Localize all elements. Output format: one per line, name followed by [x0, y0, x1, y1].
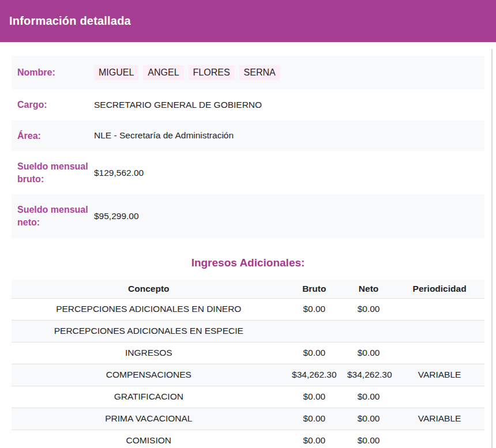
sueldo-bruto-value: $129,562.00	[94, 168, 144, 178]
table-row: PERCEPCIONES ADICIONALES EN DINERO $0.00…	[12, 298, 484, 320]
detail-row-sueldo-bruto: Sueldo mensual bruto: $129,562.00	[12, 151, 484, 194]
cell-bruto: $0.00	[286, 342, 343, 364]
employee-details: Nombre: MIGUEL ANGEL FLORES SERNA Cargo:…	[12, 56, 484, 238]
cell-periodicidad	[394, 386, 484, 408]
cell-neto: $34,262.30	[343, 364, 394, 386]
cell-bruto	[286, 320, 343, 342]
column-header-neto: Neto	[343, 280, 394, 299]
detail-row-sueldo-neto: Sueldo mensual neto: $95,299.00	[12, 194, 484, 238]
table-row: COMISION $0.00 $0.00	[12, 430, 484, 448]
cell-concepto: PERCEPCIONES ADICIONALES EN ESPECIE	[12, 320, 286, 342]
scrollbar[interactable]	[491, 49, 493, 448]
cell-periodicidad	[394, 320, 484, 342]
column-header-bruto: Bruto	[286, 280, 343, 299]
cell-periodicidad: VARIABLE	[394, 408, 484, 430]
cargo-value: SECRETARIO GENERAL DE GOBIERNO	[94, 100, 262, 110]
cell-concepto: PRIMA VACACIONAL	[12, 408, 286, 430]
table-row: INGRESOS $0.00 $0.00	[12, 342, 484, 364]
cell-concepto: COMISION	[12, 430, 286, 448]
cell-bruto: $34,262.30	[286, 364, 343, 386]
name-highlight-chip: SERNA	[239, 65, 280, 80]
detail-row-area: Área: NLE - Secretaría de Administración	[12, 121, 484, 152]
cell-neto: $0.00	[343, 298, 394, 320]
detail-modal: Información detallada Nombre: MIGUEL ANG…	[0, 0, 496, 448]
area-label: Área:	[17, 130, 94, 142]
cell-concepto: GRATIFICACION	[12, 386, 286, 408]
cell-neto: $0.00	[343, 342, 394, 364]
table-header-row: Concepto Bruto Neto Periodicidad	[12, 280, 484, 299]
cell-concepto: INGRESOS	[12, 342, 286, 364]
nombre-value: MIGUEL ANGEL FLORES SERNA	[94, 65, 280, 80]
cell-neto: $0.00	[343, 430, 394, 448]
cell-neto: $0.00	[343, 408, 394, 430]
cell-concepto: PERCEPCIONES ADICIONALES EN DINERO	[12, 298, 286, 320]
section-title-ingresos-adicionales: Ingresos Adicionales:	[12, 257, 484, 269]
name-highlight-chip: ANGEL	[143, 65, 183, 80]
detail-row-nombre: Nombre: MIGUEL ANGEL FLORES SERNA	[12, 56, 484, 89]
detail-row-cargo: Cargo: SECRETARIO GENERAL DE GOBIERNO	[12, 89, 484, 121]
cell-neto	[343, 320, 394, 342]
cell-periodicidad	[394, 342, 484, 364]
table-row: GRATIFICACION $0.00 $0.00	[12, 386, 484, 408]
cell-periodicidad: VARIABLE	[394, 364, 484, 386]
nombre-label: Nombre:	[17, 66, 94, 79]
cell-bruto: $0.00	[286, 430, 343, 448]
cell-bruto: $0.00	[286, 298, 343, 320]
name-highlight-chip: MIGUEL	[94, 65, 138, 80]
additional-income-table: Concepto Bruto Neto Periodicidad PERCEPC…	[12, 280, 484, 448]
cell-periodicidad	[394, 298, 484, 320]
area-value: NLE - Secretaría de Administración	[94, 130, 234, 141]
cargo-label: Cargo:	[17, 99, 94, 111]
name-highlight-chip: FLORES	[189, 65, 235, 80]
page-title: Información detallada	[9, 14, 131, 28]
table-row: PRIMA VACACIONAL $0.00 $0.00 VARIABLE	[12, 408, 484, 430]
cell-bruto: $0.00	[286, 386, 343, 408]
sueldo-bruto-label: Sueldo mensual bruto:	[17, 160, 94, 185]
cell-periodicidad	[394, 430, 484, 448]
table-row: PERCEPCIONES ADICIONALES EN ESPECIE	[12, 320, 484, 342]
cell-bruto: $0.00	[286, 408, 343, 430]
sueldo-neto-label: Sueldo mensual neto:	[17, 204, 94, 228]
sueldo-neto-value: $95,299.00	[94, 211, 139, 221]
column-header-concepto: Concepto	[12, 280, 286, 299]
cell-neto: $0.00	[343, 386, 394, 408]
modal-header: Información detallada	[0, 0, 496, 42]
table-row: COMPENSACIONES $34,262.30 $34,262.30 VAR…	[12, 364, 484, 386]
cell-concepto: COMPENSACIONES	[12, 364, 286, 386]
column-header-periodicidad: Periodicidad	[394, 280, 484, 299]
